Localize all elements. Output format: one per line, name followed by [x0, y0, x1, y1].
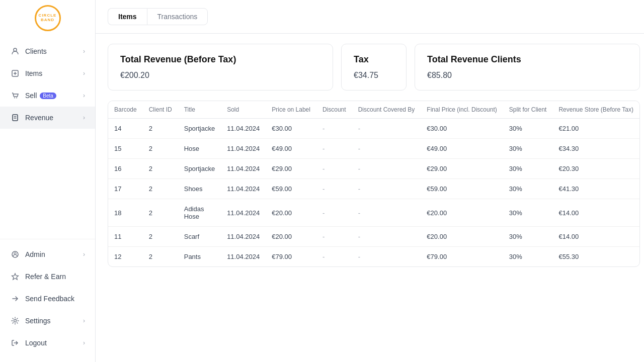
- table-cell: 11.04.2024: [221, 159, 266, 179]
- table-cell: €20.00: [266, 199, 316, 227]
- table-cell: 30%: [503, 247, 553, 267]
- table-cell: €41.30: [552, 179, 639, 199]
- table-cell: €59.00: [266, 179, 316, 199]
- logo-text: CIRCLEBAND: [39, 14, 57, 23]
- table-cell: 11.04.2024: [221, 179, 266, 199]
- col-price-on-label: Price on Label: [266, 101, 316, 119]
- table-cell: 2: [143, 247, 178, 267]
- table-row: 122Pants11.04.2024€79.00--€79.0030%€55.3…: [108, 247, 639, 267]
- svg-point-5: [16, 98, 17, 99]
- table-cell: Sportjacke: [178, 119, 221, 139]
- table-cell: €30.00: [421, 119, 503, 139]
- table-cell: €14.00: [552, 227, 639, 247]
- col-discount: Discount: [316, 101, 352, 119]
- sidebar-item-items[interactable]: Items ›: [0, 62, 95, 84]
- svg-point-0: [14, 48, 17, 51]
- main-content: Total Revenue (Before Tax) €200.20 Tax €…: [96, 34, 644, 362]
- table-cell: 11.04.2024: [221, 199, 266, 227]
- table-cell: €34.30: [552, 139, 639, 159]
- sidebar-item-logout[interactable]: Logout ›: [0, 332, 95, 354]
- sidebar-item-clients[interactable]: Clients ›: [0, 40, 95, 62]
- table-cell: 2: [143, 199, 178, 227]
- table-cell: €29.00: [266, 159, 316, 179]
- table-cell: 18: [108, 199, 143, 227]
- tab-transactions[interactable]: Transactions: [147, 8, 208, 25]
- col-barcode: Barcode: [108, 101, 143, 119]
- sidebar-bottom: Admin › Refer & Earn Send Feedback Setti…: [0, 239, 95, 362]
- table-row: 182Adidas Hose11.04.2024€20.00--€20.0030…: [108, 199, 639, 227]
- left-panel: Total Revenue (Before Tax) €200.20 Tax €…: [108, 44, 640, 352]
- table-row: 112Scarf11.04.2024€20.00--€20.0030%€14.0…: [108, 227, 639, 247]
- table-cell: €20.30: [552, 159, 639, 179]
- table-cell: Shoes: [178, 179, 221, 199]
- sidebar-item-feedback[interactable]: Send Feedback: [0, 288, 95, 310]
- table-cell: 30%: [503, 159, 553, 179]
- col-discount-covered-by: Discount Covered By: [352, 101, 421, 119]
- main-header: Items Transactions: [96, 0, 644, 34]
- table-cell: €21.00: [552, 119, 639, 139]
- table-cell: -: [352, 247, 421, 267]
- total-revenue-value: €200.20: [120, 71, 320, 80]
- sidebar-item-revenue[interactable]: Revenue ›: [0, 107, 95, 129]
- table: Barcode Client ID Title Sold Price on La…: [108, 101, 639, 266]
- sidebar-item-sell[interactable]: Sell Beta ›: [0, 84, 95, 107]
- total-revenue-card: Total Revenue (Before Tax) €200.20: [108, 44, 333, 90]
- sidebar-item-label-settings: Settings: [25, 317, 51, 325]
- table-cell: Pants: [178, 247, 221, 267]
- table-cell: €79.00: [421, 247, 503, 267]
- table-cell: 11: [108, 227, 143, 247]
- sidebar-item-settings[interactable]: Settings ›: [0, 310, 95, 332]
- chevron-icon: ›: [83, 114, 85, 121]
- sidebar-item-label-clients: Clients: [25, 47, 47, 55]
- beta-badge: Beta: [40, 93, 56, 99]
- doc-icon: [10, 113, 20, 123]
- svg-point-10: [14, 253, 16, 255]
- table-cell: €14.00: [552, 199, 639, 227]
- table-cell: 30%: [503, 119, 553, 139]
- tab-items[interactable]: Items: [108, 8, 147, 25]
- col-revenue-store: Revenue Store (Before Tax): [552, 101, 639, 119]
- exit-icon: [10, 338, 20, 348]
- chevron-icon: ›: [83, 251, 85, 258]
- table-cell: €59.00: [421, 179, 503, 199]
- total-revenue-title: Total Revenue (Before Tax): [120, 54, 320, 65]
- sidebar-item-admin[interactable]: Admin ›: [0, 243, 95, 265]
- sidebar-item-label-admin: Admin: [25, 250, 45, 258]
- table-cell: Hose: [178, 139, 221, 159]
- sidebar-item-label-feedback: Send Feedback: [25, 295, 74, 303]
- table-cell: -: [316, 139, 352, 159]
- col-title: Title: [178, 101, 221, 119]
- table-cell: 12: [108, 247, 143, 267]
- arrow-icon: [10, 294, 20, 304]
- col-final-price: Final Price (incl. Discount): [421, 101, 503, 119]
- table-cell: €55.30: [552, 247, 639, 267]
- col-sold: Sold: [221, 101, 266, 119]
- table-cell: 2: [143, 119, 178, 139]
- total-revenue-clients-card: Total Revenue Clients €85.80: [415, 44, 640, 90]
- table-cell: -: [352, 139, 421, 159]
- table-cell: -: [316, 247, 352, 267]
- tax-title: Tax: [354, 54, 394, 65]
- table-cell: Adidas Hose: [178, 199, 221, 227]
- tax-value: €34.75: [354, 71, 394, 80]
- table-cell: -: [352, 119, 421, 139]
- table-cell: -: [316, 179, 352, 199]
- col-split-for-client: Split for Client: [503, 101, 553, 119]
- tag-icon: [10, 68, 20, 78]
- sidebar-item-label-sell: Sell: [25, 92, 37, 100]
- table-cell: 2: [143, 159, 178, 179]
- items-table: Barcode Client ID Title Sold Price on La…: [108, 101, 640, 267]
- table-cell: 11.04.2024: [221, 119, 266, 139]
- logo: CIRCLEBAND: [0, 0, 95, 36]
- cart-icon: [10, 90, 20, 101]
- table-cell: €20.00: [266, 227, 316, 247]
- table-row: 152Hose11.04.2024€49.00--€49.0030%€34.30: [108, 139, 639, 159]
- table-header-row: Barcode Client ID Title Sold Price on La…: [108, 101, 639, 119]
- total-revenue-clients-value: €85.80: [427, 71, 627, 80]
- sidebar-item-refer[interactable]: Refer & Earn: [0, 265, 95, 288]
- table-row: 162Sportjacke11.04.2024€29.00--€29.0030%…: [108, 159, 639, 179]
- table-cell: €29.00: [421, 159, 503, 179]
- table-row: 172Shoes11.04.2024€59.00--€59.0030%€41.3…: [108, 179, 639, 199]
- table-cell: 30%: [503, 179, 553, 199]
- chevron-icon: ›: [83, 339, 85, 346]
